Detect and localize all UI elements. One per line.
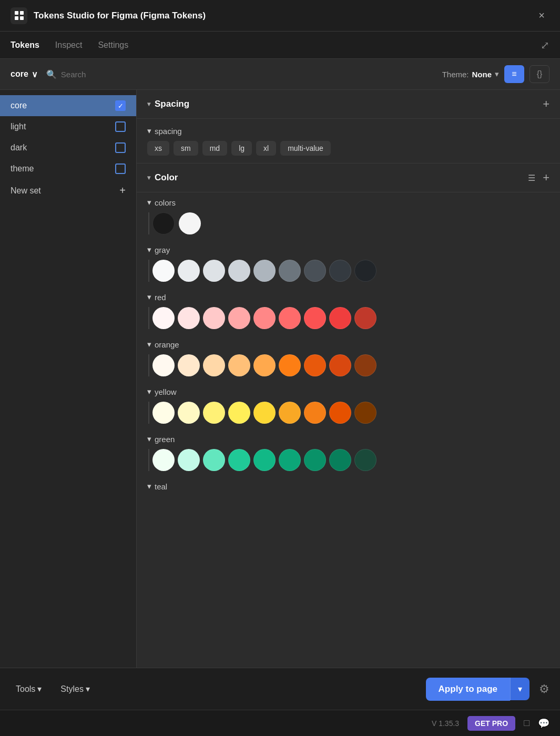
gray-chevron[interactable]: ▾ <box>147 245 151 254</box>
spacing-subsection: ▾ spacing <box>147 126 549 136</box>
orange-swatch-6[interactable] <box>279 354 301 376</box>
sidebar-item-light-label: light <box>11 122 26 131</box>
yellow-swatch-8[interactable] <box>329 402 351 424</box>
orange-swatch-9[interactable] <box>354 354 376 376</box>
spacing-chevron[interactable]: ▾ <box>147 100 150 108</box>
gray-swatch-5[interactable] <box>253 260 276 282</box>
tab-inspect[interactable]: Inspect <box>55 38 83 52</box>
red-chevron[interactable]: ▾ <box>147 292 151 302</box>
orange-swatch-3[interactable] <box>203 354 225 376</box>
gray-swatch-8[interactable] <box>329 260 351 282</box>
search-input[interactable] <box>61 70 145 79</box>
orange-swatch-1[interactable] <box>152 354 175 376</box>
swatch-white[interactable] <box>179 212 201 234</box>
sidebar-item-theme-label: theme <box>11 164 34 173</box>
color-list-icon[interactable]: ☰ <box>528 173 535 183</box>
colors-group-header: ▾ colors <box>147 198 549 207</box>
green-swatch-2[interactable] <box>178 449 200 471</box>
yellow-swatch-7[interactable] <box>304 402 326 424</box>
collapse-icon[interactable]: ⤢ <box>541 39 549 52</box>
yellow-swatch-6[interactable] <box>279 402 301 424</box>
sidebar-checkbox-core[interactable]: ✓ <box>115 100 126 111</box>
sidebar-item-core[interactable]: core ✓ <box>0 95 136 116</box>
orange-swatch-4[interactable] <box>228 354 250 376</box>
spacing-chip-sm[interactable]: sm <box>174 141 198 156</box>
green-swatch-8[interactable] <box>329 449 351 471</box>
settings-gear-icon[interactable]: ⚙ <box>539 682 549 696</box>
yellow-chevron[interactable]: ▾ <box>147 387 151 396</box>
green-swatch-1[interactable] <box>152 449 175 471</box>
color-chevron[interactable]: ▾ <box>147 174 150 181</box>
green-swatch-6[interactable] <box>279 449 301 471</box>
spacing-sub-chevron[interactable]: ▾ <box>147 126 151 136</box>
yellow-swatch-1[interactable] <box>152 402 175 424</box>
colors-group-chevron[interactable]: ▾ <box>147 198 151 207</box>
orange-swatch-2[interactable] <box>178 354 200 376</box>
sidebar-item-theme[interactable]: theme <box>0 158 136 179</box>
get-pro-button[interactable]: GET PRO <box>467 716 515 731</box>
chat-icon[interactable]: 💬 <box>538 718 549 729</box>
red-swatch-9[interactable] <box>354 307 376 329</box>
green-swatch-7[interactable] <box>304 449 326 471</box>
sidebar-item-dark[interactable]: dark <box>0 137 136 158</box>
gray-swatch-3[interactable] <box>203 260 225 282</box>
tools-button[interactable]: Tools ▾ <box>11 681 47 697</box>
yellow-swatch-4[interactable] <box>228 402 250 424</box>
spacing-chip-multivalue[interactable]: multi-value <box>280 141 331 156</box>
apply-dropdown-button[interactable]: ▾ <box>510 678 530 700</box>
spacing-chip-xs[interactable]: xs <box>147 141 169 156</box>
green-swatch-9[interactable] <box>354 449 376 471</box>
orange-swatch-8[interactable] <box>329 354 351 376</box>
spacing-chip-md[interactable]: md <box>202 141 227 156</box>
gray-swatch-4[interactable] <box>228 260 250 282</box>
gray-group-header: ▾ gray <box>147 245 549 254</box>
window-icon[interactable]: □ <box>524 718 530 729</box>
red-swatch-6[interactable] <box>279 307 301 329</box>
gray-swatch-6[interactable] <box>279 260 301 282</box>
main-layout: core ✓ light dark theme New set + ▾ Sp <box>0 90 560 669</box>
color-add-button[interactable]: + <box>543 171 549 185</box>
orange-chevron[interactable]: ▾ <box>147 340 151 349</box>
teal-chevron[interactable]: ▾ <box>147 482 151 491</box>
red-swatch-8[interactable] <box>329 307 351 329</box>
gray-swatch-9[interactable] <box>354 260 376 282</box>
set-selector[interactable]: core ∨ <box>11 69 38 79</box>
sidebar-item-light[interactable]: light <box>0 116 136 137</box>
orange-swatch-5[interactable] <box>253 354 276 376</box>
red-swatch-3[interactable] <box>203 307 225 329</box>
gray-swatch-2[interactable] <box>178 260 200 282</box>
green-swatch-3[interactable] <box>203 449 225 471</box>
green-swatch-5[interactable] <box>253 449 276 471</box>
apply-to-page-button[interactable]: Apply to page <box>426 678 510 701</box>
spacing-chip-lg[interactable]: lg <box>231 141 252 156</box>
spacing-add-button[interactable]: + <box>543 97 549 111</box>
yellow-swatch-2[interactable] <box>178 402 200 424</box>
sidebar-checkbox-theme[interactable] <box>115 163 126 174</box>
red-swatch-5[interactable] <box>253 307 276 329</box>
close-button[interactable]: × <box>534 8 549 24</box>
yellow-swatch-5[interactable] <box>253 402 276 424</box>
red-swatch-1[interactable] <box>152 307 175 329</box>
tab-tokens[interactable]: Tokens <box>11 38 39 52</box>
sidebar-checkbox-dark[interactable] <box>115 142 126 153</box>
green-chevron[interactable]: ▾ <box>147 434 151 444</box>
json-view-button[interactable]: {} <box>530 65 549 83</box>
swatch-black[interactable] <box>152 212 175 234</box>
spacing-chip-xl[interactable]: xl <box>256 141 276 156</box>
yellow-swatch-9[interactable] <box>354 402 376 424</box>
green-swatch-4[interactable] <box>228 449 250 471</box>
theme-selector[interactable]: Theme: None ▾ <box>442 69 499 79</box>
styles-button[interactable]: Styles ▾ <box>55 681 95 697</box>
red-swatch-7[interactable] <box>304 307 326 329</box>
toolbar: core ∨ 🔍 Theme: None ▾ ≡ {} <box>0 59 560 90</box>
tab-settings[interactable]: Settings <box>98 38 128 52</box>
orange-swatch-7[interactable] <box>304 354 326 376</box>
red-swatch-4[interactable] <box>228 307 250 329</box>
yellow-swatch-3[interactable] <box>203 402 225 424</box>
list-view-button[interactable]: ≡ <box>504 65 524 83</box>
gray-swatch-7[interactable] <box>304 260 326 282</box>
red-swatch-2[interactable] <box>178 307 200 329</box>
sidebar-checkbox-light[interactable] <box>115 121 126 132</box>
gray-swatch-1[interactable] <box>152 260 175 282</box>
new-set-row[interactable]: New set + <box>0 179 136 202</box>
